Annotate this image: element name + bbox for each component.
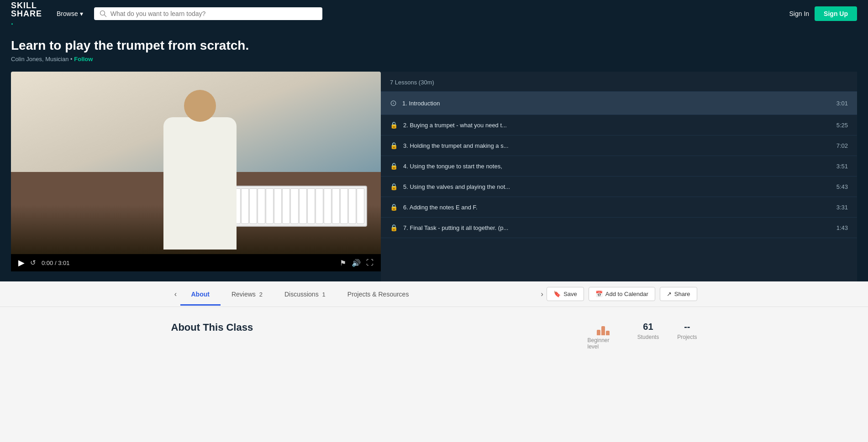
- follow-link[interactable]: Follow: [74, 56, 93, 62]
- signup-button[interactable]: Sign Up: [815, 6, 857, 21]
- white-key: [258, 188, 265, 224]
- content-right: Beginner level 61 Students -- Projects: [569, 322, 697, 350]
- white-key: [340, 188, 348, 224]
- lessons-container: ⊙ 1. Introduction 3:01 🔒 2. Buying a tru…: [381, 92, 857, 238]
- white-key: [357, 188, 364, 224]
- stat-projects: -- Projects: [677, 322, 697, 340]
- lock-icon: 🔒: [390, 203, 398, 211]
- lesson-duration: 3:51: [836, 163, 848, 170]
- tab-label: About: [191, 291, 210, 298]
- person-head: [184, 90, 216, 122]
- lesson-item[interactable]: 🔒 6. Adding the notes E and F. 3:31: [381, 197, 857, 218]
- tab-label: Projects & Resources: [347, 291, 409, 298]
- add-to-calendar-button[interactable]: 📅 Add to Calendar: [589, 287, 655, 301]
- lesson-title: 3. Holding the trumpet and making a s...: [403, 142, 831, 149]
- share-label: Share: [674, 291, 690, 297]
- white-key: [266, 188, 274, 224]
- lesson-info: 2. Buying a trumpet - what you need t...: [403, 122, 831, 129]
- lesson-info: 5. Using the valves and playing the not.…: [403, 183, 831, 190]
- white-key: [249, 188, 257, 224]
- calendar-icon: 📅: [595, 291, 603, 297]
- main-content: About This Class Beginner level 61 Stude…: [160, 307, 708, 364]
- keyboard-keys: [231, 187, 366, 226]
- lock-icon: 🔒: [390, 142, 398, 149]
- signin-button[interactable]: Sign In: [789, 10, 810, 17]
- svg-line-1: [104, 15, 106, 17]
- video-player: ▶ ↺ 0:00 / 3:01 ⚑ 🔊 ⛶: [11, 72, 381, 271]
- lesson-title: 1. Introduction: [402, 100, 831, 107]
- tab-about[interactable]: About: [180, 282, 221, 306]
- person-body: [163, 117, 237, 250]
- hero-section: Learn to play the trumpet from scratch. …: [0, 27, 868, 281]
- tabs-scroll-left[interactable]: ‹: [171, 290, 180, 299]
- projects-count: --: [684, 322, 690, 332]
- white-key: [348, 188, 356, 224]
- tab-projects-and-resources[interactable]: Projects & Resources: [337, 282, 420, 306]
- lesson-item[interactable]: 🔒 4. Using the tongue to start the notes…: [381, 156, 857, 177]
- white-key: [290, 188, 298, 224]
- volume-icon[interactable]: 🔊: [352, 259, 361, 267]
- lesson-info: 3. Holding the trumpet and making a s...: [403, 142, 831, 149]
- play-button[interactable]: ▶: [18, 258, 25, 268]
- save-button[interactable]: 🔖 Save: [547, 287, 584, 301]
- lesson-item[interactable]: 🔒 2. Buying a trumpet - what you need t.…: [381, 115, 857, 135]
- lesson-duration: 1:43: [836, 224, 848, 231]
- lesson-info: 4. Using the tongue to start the notes,: [403, 163, 831, 170]
- nav-actions: Sign In Sign Up: [789, 6, 857, 21]
- lesson-item[interactable]: 🔒 5. Using the valves and playing the no…: [381, 177, 857, 197]
- stats-row: Beginner level 61 Students -- Projects: [588, 322, 697, 350]
- chevron-down-icon: ▾: [80, 10, 83, 17]
- bookmark-icon[interactable]: ⚑: [340, 259, 346, 267]
- video-thumbnail: [11, 72, 381, 254]
- lesson-duration: 5:25: [836, 122, 848, 129]
- tab-badge: 1: [322, 291, 326, 298]
- tab-discussions[interactable]: Discussions 1: [274, 282, 337, 306]
- lock-icon: 🔒: [390, 162, 398, 170]
- rewind-icon[interactable]: ↺: [30, 259, 36, 267]
- logo[interactable]: SKILL SHARE.: [11, 1, 42, 26]
- lesson-item[interactable]: ⊙ 1. Introduction 3:01: [381, 92, 857, 115]
- lock-icon: 🔒: [390, 183, 398, 190]
- video-controls-right: ⚑ 🔊 ⛶: [340, 259, 374, 267]
- hero-subtitle: Colin Jones, Musician • Follow: [11, 56, 857, 62]
- lesson-list: 7 Lessons (30m) ⊙ 1. Introduction 3:01 🔒…: [381, 72, 857, 281]
- lesson-title: 4. Using the tongue to start the notes,: [403, 163, 831, 170]
- white-key: [316, 188, 323, 224]
- white-key: [307, 188, 315, 224]
- logo-dot: .: [11, 18, 42, 26]
- logo-line2: SHARE.: [11, 10, 42, 26]
- level-chart: [597, 322, 610, 335]
- share-icon: ↗: [667, 291, 672, 297]
- lesson-duration: 7:02: [836, 142, 848, 149]
- white-key: [282, 188, 290, 224]
- lesson-duration: 3:31: [836, 204, 848, 211]
- lesson-duration: 3:01: [836, 100, 848, 107]
- person-figure: [159, 90, 241, 254]
- students-label: Students: [637, 334, 659, 340]
- lesson-item[interactable]: 🔒 3. Holding the trumpet and making a s.…: [381, 135, 857, 156]
- lesson-title: 5. Using the valves and playing the not.…: [403, 183, 831, 190]
- lesson-title: 7. Final Task - putting it all together.…: [403, 224, 831, 231]
- tab-reviews[interactable]: Reviews 2: [221, 282, 274, 306]
- page-title: Learn to play the trumpet from scratch.: [11, 38, 376, 53]
- bar-1: [597, 330, 600, 335]
- save-label: Save: [563, 291, 577, 297]
- bookmark-icon: 🔖: [553, 291, 561, 297]
- share-button[interactable]: ↗ Share: [660, 287, 697, 301]
- fullscreen-icon[interactable]: ⛶: [366, 259, 374, 267]
- stat-students: 61 Students: [637, 322, 659, 340]
- white-key: [241, 188, 249, 224]
- calendar-label: Add to Calendar: [605, 291, 648, 297]
- search-input[interactable]: [110, 10, 317, 17]
- lesson-item[interactable]: 🔒 7. Final Task - putting it all togethe…: [381, 218, 857, 238]
- hero-content: ▶ ↺ 0:00 / 3:01 ⚑ 🔊 ⛶ 7 Lessons (30m) ⊙ …: [11, 72, 857, 281]
- lesson-title: 6. Adding the notes E and F.: [403, 204, 831, 211]
- video-controls: ▶ ↺ 0:00 / 3:01 ⚑ 🔊 ⛶: [11, 254, 381, 271]
- tab-label: Reviews 2: [231, 291, 263, 298]
- tabs-scroll-right[interactable]: ›: [537, 290, 547, 299]
- author-name: Colin Jones, Musician: [11, 56, 68, 62]
- search-bar: [94, 7, 322, 20]
- browse-button[interactable]: Browse ▾: [53, 8, 87, 19]
- browse-label: Browse: [57, 10, 78, 17]
- about-title: About This Class: [171, 322, 542, 333]
